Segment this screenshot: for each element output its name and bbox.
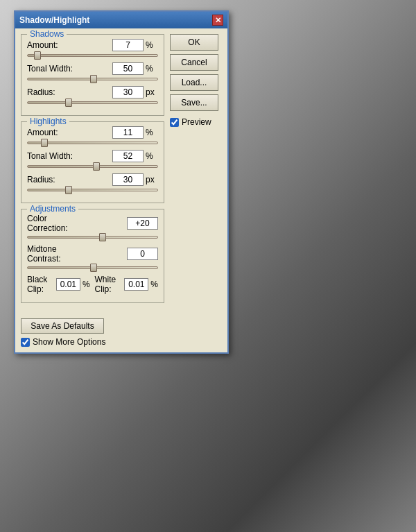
shadow-highlight-dialog: Shadow/Highlight ✕ Shadows Amount: % xyxy=(14,10,229,354)
shadows-tonal-thumb[interactable] xyxy=(90,75,97,83)
shadows-radius-label: Radius: xyxy=(27,87,89,97)
clip-row: Black Clip: % White Clip: % xyxy=(27,275,158,294)
ok-button[interactable]: OK xyxy=(170,34,218,51)
color-correction-label: Color Correction: xyxy=(27,214,89,233)
highlights-radius-input[interactable] xyxy=(112,173,144,186)
highlights-legend: Highlights xyxy=(27,117,69,126)
shadows-radius-thumb[interactable] xyxy=(65,98,72,107)
highlights-tonal-unit: % xyxy=(146,151,158,161)
load-button[interactable]: Load... xyxy=(170,74,218,91)
highlights-radius-thumb[interactable] xyxy=(65,186,72,194)
highlights-tonal-thumb[interactable] xyxy=(93,162,100,171)
highlights-tonal-track[interactable] xyxy=(27,165,158,168)
highlights-radius-label: Radius: xyxy=(27,175,89,185)
adjustments-legend: Adjustments xyxy=(27,204,78,214)
dialog-bottom: Save As Defaults Show More Options xyxy=(15,314,227,352)
show-more-checkbox[interactable] xyxy=(21,338,30,347)
highlights-radius-slider-row xyxy=(27,189,158,191)
white-clip-unit: % xyxy=(150,280,158,289)
shadows-amount-row: Amount: % xyxy=(27,39,158,51)
color-correction-row: Color Correction: xyxy=(27,214,158,233)
highlights-section: Highlights Amount: % Tonal Width: % xyxy=(21,121,164,203)
highlights-amount-thumb[interactable] xyxy=(41,139,48,147)
shadows-radius-unit: px xyxy=(146,87,158,97)
shadows-radius-input[interactable] xyxy=(112,86,144,98)
save-button[interactable]: Save... xyxy=(170,94,218,111)
highlights-amount-row: Amount: % xyxy=(27,126,158,139)
color-correction-thumb[interactable] xyxy=(99,233,106,241)
white-clip-input[interactable] xyxy=(124,278,148,291)
midtone-contrast-row: Midtone Contrast: xyxy=(27,244,158,264)
shadows-amount-unit: % xyxy=(146,40,158,50)
shadows-radius-slider-row xyxy=(27,101,158,104)
highlights-amount-track[interactable] xyxy=(27,141,158,144)
highlights-amount-unit: % xyxy=(146,128,158,137)
dialog-titlebar: Shadow/Highlight ✕ xyxy=(15,12,227,28)
close-button[interactable]: ✕ xyxy=(212,15,223,26)
show-more-label: Show More Options xyxy=(33,337,105,347)
midtone-contrast-thumb[interactable] xyxy=(90,264,97,272)
preview-label: Preview xyxy=(182,117,211,127)
cancel-button[interactable]: Cancel xyxy=(170,54,218,71)
highlights-radius-row: Radius: px xyxy=(27,173,158,186)
highlights-tonal-input[interactable] xyxy=(112,150,144,162)
midtone-contrast-track[interactable] xyxy=(27,266,158,269)
shadows-tonal-row: Tonal Width: % xyxy=(27,62,158,75)
shadows-radius-track[interactable] xyxy=(27,101,158,104)
highlights-tonal-row: Tonal Width: % xyxy=(27,150,158,162)
midtone-contrast-input[interactable] xyxy=(127,248,158,260)
shadows-amount-slider-row xyxy=(27,54,158,57)
shadows-amount-track[interactable] xyxy=(27,54,158,57)
shadows-legend: Shadows xyxy=(27,29,67,39)
shadows-radius-row: Radius: px xyxy=(27,86,158,98)
color-correction-track[interactable] xyxy=(27,236,158,239)
dialog-title: Shadow/Highlight xyxy=(19,15,89,25)
highlights-amount-slider-row xyxy=(27,141,158,144)
save-defaults-button[interactable]: Save As Defaults xyxy=(21,318,104,334)
adjustments-section: Adjustments Color Correction: Midtone Co… xyxy=(21,209,164,303)
color-correction-slider-row xyxy=(27,236,158,239)
highlights-amount-input[interactable] xyxy=(112,126,144,139)
shadows-amount-input[interactable] xyxy=(112,39,144,51)
highlights-radius-track[interactable] xyxy=(27,189,158,191)
shadows-tonal-label: Tonal Width: xyxy=(27,64,89,74)
black-clip-label: Black Clip: xyxy=(27,275,54,294)
shadows-tonal-input[interactable] xyxy=(112,62,144,75)
shadows-tonal-slider-row xyxy=(27,78,158,80)
show-more-row: Show More Options xyxy=(21,337,222,347)
midtone-contrast-label: Midtone Contrast: xyxy=(27,244,89,264)
shadows-amount-label: Amount: xyxy=(27,40,89,50)
midtone-contrast-slider-row xyxy=(27,266,158,269)
highlights-amount-label: Amount: xyxy=(27,128,89,137)
black-clip-unit: % xyxy=(83,280,90,289)
highlights-tonal-label: Tonal Width: xyxy=(27,151,89,161)
highlights-tonal-slider-row xyxy=(27,165,158,168)
color-correction-input[interactable] xyxy=(127,217,158,230)
dialog-content: Shadows Amount: % Tonal Width: % xyxy=(15,28,227,314)
black-clip-input[interactable] xyxy=(56,278,80,291)
shadows-tonal-track[interactable] xyxy=(27,78,158,80)
dialog-left-panel: Shadows Amount: % Tonal Width: % xyxy=(21,34,164,309)
highlights-radius-unit: px xyxy=(146,175,158,185)
white-clip-label: White Clip: xyxy=(95,275,123,294)
preview-row: Preview xyxy=(170,117,222,127)
preview-checkbox[interactable] xyxy=(170,118,179,127)
shadows-amount-thumb[interactable] xyxy=(34,51,41,60)
shadows-section: Shadows Amount: % Tonal Width: % xyxy=(21,34,164,116)
dialog-right-panel: OK Cancel Load... Save... Preview xyxy=(170,34,222,309)
shadows-tonal-unit: % xyxy=(146,64,158,74)
